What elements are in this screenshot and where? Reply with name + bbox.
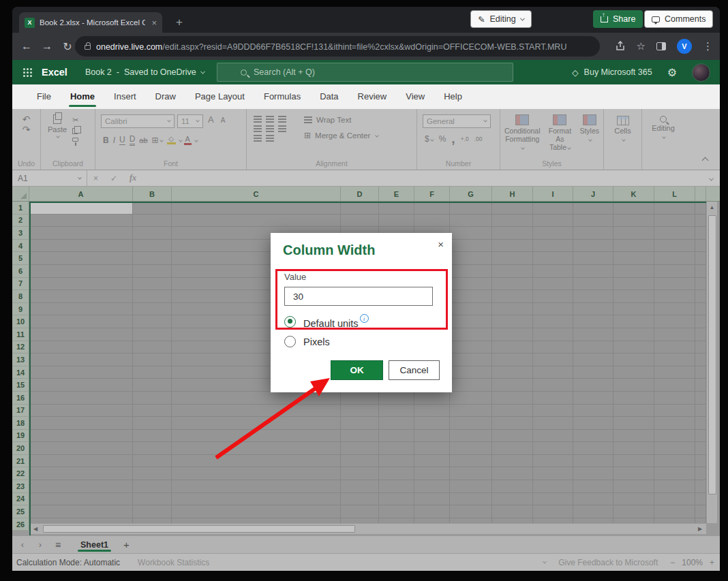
editing-mode-button[interactable]: ✎ Editing <box>470 10 532 28</box>
cell-I4[interactable] <box>533 240 573 253</box>
cell-L22[interactable] <box>654 467 695 480</box>
cell-A18[interactable] <box>29 417 133 430</box>
cell-L23[interactable] <box>654 480 695 493</box>
cell-B22[interactable] <box>133 467 172 480</box>
cell-J11[interactable] <box>573 328 613 341</box>
cell-H11[interactable] <box>492 328 533 341</box>
row-header-21[interactable]: 21 <box>12 455 29 468</box>
number-format-select[interactable]: General <box>423 114 491 128</box>
font-color-button[interactable]: A <box>184 136 192 145</box>
cell-C23[interactable] <box>172 480 341 493</box>
tab-file[interactable]: File <box>27 84 61 109</box>
cell-I22[interactable] <box>533 467 573 480</box>
cell-B4[interactable] <box>133 240 172 253</box>
column-header-K[interactable]: K <box>613 187 654 201</box>
cell-I25[interactable] <box>533 505 573 518</box>
align-left-button[interactable] <box>254 125 262 132</box>
cell-J16[interactable] <box>573 392 613 405</box>
row-header-5[interactable]: 5 <box>12 252 29 265</box>
side-panel-icon[interactable] <box>656 42 666 50</box>
cell-E25[interactable] <box>379 505 414 518</box>
cell-H17[interactable] <box>492 405 533 418</box>
comments-button[interactable]: Comments <box>644 10 713 28</box>
cell-K12[interactable] <box>613 341 654 354</box>
cell-I3[interactable] <box>533 227 573 240</box>
cell-G1[interactable] <box>450 202 492 215</box>
cell-H2[interactable] <box>492 215 533 227</box>
cell-I17[interactable] <box>533 405 573 418</box>
cell-I14[interactable] <box>533 366 573 379</box>
cell-H7[interactable] <box>492 278 533 291</box>
cell-L4[interactable] <box>654 240 695 253</box>
app-launcher-icon[interactable] <box>23 68 32 77</box>
cell-K16[interactable] <box>613 392 654 405</box>
cell-G17[interactable] <box>450 405 492 418</box>
align-right-button[interactable] <box>278 125 286 132</box>
cell-G10[interactable] <box>450 315 492 328</box>
pixels-radio[interactable] <box>284 336 296 347</box>
cell-stub15[interactable] <box>695 379 706 392</box>
cell-I5[interactable] <box>533 252 573 265</box>
scroll-right-icon[interactable]: ▶ <box>694 524 706 534</box>
cell-D21[interactable] <box>341 455 379 468</box>
sheet-list-menu-icon[interactable]: ≡ <box>49 539 67 550</box>
cell-G4[interactable] <box>450 240 492 253</box>
cell-I10[interactable] <box>533 315 573 328</box>
tab-help[interactable]: Help <box>434 84 472 109</box>
fill-color-button[interactable]: ◇ <box>167 136 176 144</box>
row-header-22[interactable]: 22 <box>12 467 29 480</box>
cell-L3[interactable] <box>654 227 695 240</box>
bold-button[interactable]: B <box>103 136 109 145</box>
cell-F2[interactable] <box>414 215 450 227</box>
cell-J8[interactable] <box>573 290 613 303</box>
cell-I24[interactable] <box>533 493 573 506</box>
cell-B3[interactable] <box>133 227 172 240</box>
sheet-tab-sheet1[interactable]: Sheet1 <box>76 536 112 553</box>
cell-H13[interactable] <box>492 354 533 366</box>
cell-L9[interactable] <box>654 303 695 316</box>
cell-E21[interactable] <box>379 455 414 468</box>
cell-J23[interactable] <box>573 480 613 493</box>
cell-J9[interactable] <box>573 303 613 316</box>
cell-K22[interactable] <box>613 467 654 480</box>
cell-C21[interactable] <box>172 455 341 468</box>
cell-F21[interactable] <box>414 455 450 468</box>
cell-L10[interactable] <box>654 315 695 328</box>
cell-L5[interactable] <box>654 252 695 265</box>
cell-H6[interactable] <box>492 265 533 278</box>
cell-stub19[interactable] <box>695 430 706 443</box>
cell-K6[interactable] <box>613 265 654 278</box>
cell-K17[interactable] <box>613 405 654 418</box>
tab-home[interactable]: Home <box>61 84 104 109</box>
redo-button[interactable]: ↷ <box>12 125 40 135</box>
row-header-2[interactable]: 2 <box>12 215 29 227</box>
url-bar[interactable]: onedrive.live.com/edit.aspx?resid=A9DDD6… <box>75 36 600 57</box>
cell-B14[interactable] <box>133 366 172 379</box>
cell-L7[interactable] <box>654 278 695 291</box>
cell-F17[interactable] <box>414 405 450 418</box>
row-header-7[interactable]: 7 <box>12 278 29 291</box>
cell-A24[interactable] <box>29 493 133 506</box>
cell-K7[interactable] <box>613 278 654 291</box>
search-box[interactable] <box>217 63 513 82</box>
cell-J17[interactable] <box>573 405 613 418</box>
calc-mode-status[interactable]: Calculation Mode: Automatic <box>16 558 120 567</box>
cell-L2[interactable] <box>654 215 695 227</box>
cell-stub22[interactable] <box>695 467 706 480</box>
cell-A4[interactable] <box>29 240 133 253</box>
cell-L11[interactable] <box>654 328 695 341</box>
copy-button[interactable] <box>72 128 78 134</box>
cell-F18[interactable] <box>414 417 450 430</box>
comma-style-button[interactable]: , <box>451 136 455 142</box>
buy-microsoft-365-button[interactable]: ◇Buy Microsoft 365 <box>572 67 652 78</box>
expand-formula-bar-icon[interactable] <box>710 174 713 183</box>
cell-B20[interactable] <box>133 442 172 455</box>
cell-A14[interactable] <box>29 366 133 379</box>
scroll-left-icon[interactable]: ◀ <box>29 524 42 534</box>
cell-J3[interactable] <box>573 227 613 240</box>
row-header-17[interactable]: 17 <box>12 405 29 418</box>
tab-insert[interactable]: Insert <box>104 84 146 109</box>
cell-G11[interactable] <box>450 328 492 341</box>
cell-K20[interactable] <box>613 442 654 455</box>
cell-K23[interactable] <box>613 480 654 493</box>
